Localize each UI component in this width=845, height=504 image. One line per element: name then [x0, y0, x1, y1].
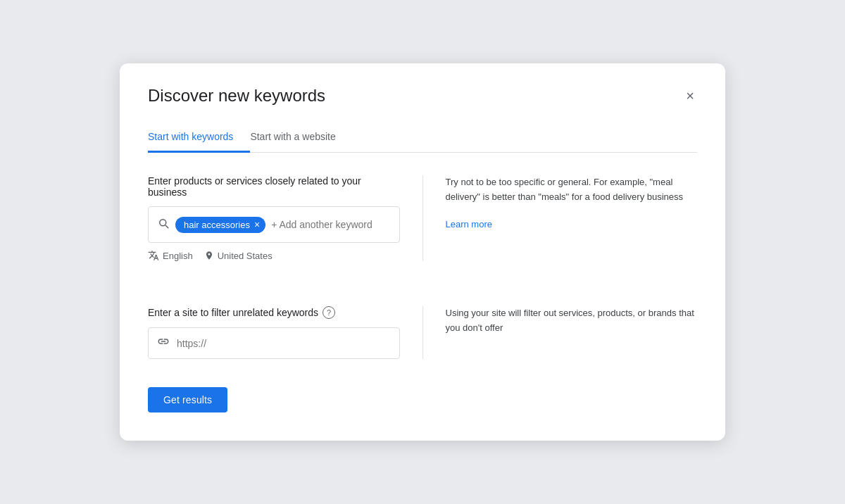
tab-keywords[interactable]: Start with keywords [148, 122, 250, 153]
keyword-chip: hair accessories × [175, 217, 265, 233]
tab-website[interactable]: Start with a website [250, 122, 352, 153]
section2-left: Enter a site to filter unrelated keyword… [148, 306, 400, 359]
url-input-area[interactable] [148, 327, 400, 359]
translate-icon [148, 250, 159, 261]
location-label: United States [218, 251, 273, 261]
location-icon [204, 251, 214, 260]
close-button[interactable]: × [683, 86, 697, 106]
keyword-input-area[interactable]: hair accessories × [148, 206, 400, 243]
section2-right: Using your site will filter out services… [446, 306, 698, 359]
section2-divider [423, 306, 423, 359]
location-selector[interactable]: United States [204, 251, 273, 261]
separator [148, 284, 697, 306]
add-keyword-input[interactable] [271, 219, 390, 230]
section1-label: Enter products or services closely relat… [148, 175, 400, 198]
location-row: English United States [148, 250, 400, 261]
search-icon [157, 217, 170, 233]
tab-bar: Start with keywords Start with a website [148, 122, 697, 153]
section1-left: Enter products or services closely relat… [148, 175, 400, 261]
chip-label: hair accessories [184, 220, 250, 230]
chip-remove-button[interactable]: × [254, 220, 260, 229]
help-icon[interactable]: ? [323, 306, 335, 319]
section2-grid: Enter a site to filter unrelated keyword… [148, 306, 697, 359]
section2-hint: Using your site will filter out services… [446, 306, 698, 336]
section1-grid: Enter products or services closely relat… [148, 175, 697, 261]
discover-keywords-dialog: Discover new keywords × Start with keywo… [120, 63, 725, 441]
section1-right: Try not to be too specific or general. F… [446, 175, 698, 261]
section1-hint: Try not to be too specific or general. F… [446, 175, 698, 205]
dialog-footer: Get results [148, 387, 697, 412]
learn-more-link[interactable]: Learn more [446, 219, 492, 229]
get-results-button[interactable]: Get results [148, 387, 227, 412]
url-input[interactable] [177, 338, 391, 349]
language-selector[interactable]: English [148, 250, 193, 261]
dialog-title: Discover new keywords [148, 86, 325, 106]
section1-divider [423, 175, 423, 261]
language-label: English [163, 251, 193, 261]
link-icon [157, 335, 170, 351]
section2-label: Enter a site to filter unrelated keyword… [148, 306, 400, 319]
dialog-header: Discover new keywords × [148, 86, 697, 106]
